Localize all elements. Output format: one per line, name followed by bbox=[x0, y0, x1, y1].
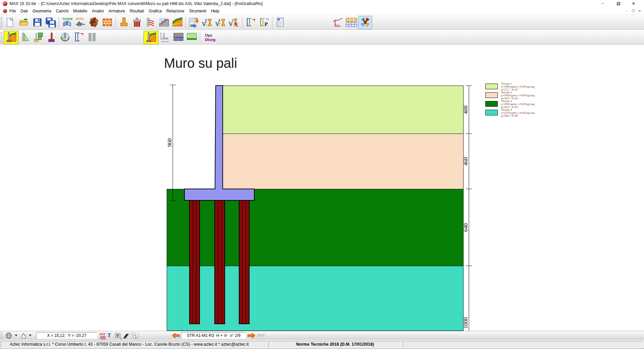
menu-file[interactable]: File bbox=[9, 8, 16, 14]
soil-section-icon[interactable]: +++++ bbox=[185, 31, 199, 44]
legend-text-2: Terreno 2γ=1900 kg/mc c=0,00 kg/cmqφ=36,… bbox=[501, 91, 585, 100]
slope-soil-icon[interactable] bbox=[171, 16, 184, 29]
save-all-icon[interactable] bbox=[44, 16, 57, 29]
menu-grafica[interactable]: Grafica bbox=[149, 8, 162, 14]
svg-text:NORM: NORM bbox=[62, 17, 72, 21]
export-data-icon[interactable]: ++ bbox=[187, 16, 201, 29]
menu-risultati[interactable]: Risultati bbox=[130, 8, 144, 14]
company-info: Aztec Informatica s.r.l. * Corso Umberto… bbox=[1, 341, 267, 348]
text-box-tool-icon[interactable]: T bbox=[114, 333, 122, 341]
svg-text:Z: Z bbox=[206, 24, 207, 27]
wall-soil-view-icon[interactable] bbox=[4, 31, 18, 44]
report-icon[interactable] bbox=[274, 16, 287, 29]
restore-button[interactable] bbox=[610, 0, 626, 8]
anchored-wall-icon[interactable] bbox=[144, 16, 157, 29]
menu-dati[interactable]: Dati bbox=[20, 8, 28, 14]
title-bar: MAX 15 32-bit - [C:\Users\Aztec Informat… bbox=[0, 0, 644, 8]
legend-text-3: Terreno 3γ=1900 kg/mc c=0,00 kg/cmqφ=36,… bbox=[501, 100, 585, 109]
toolbar2-grip[interactable] bbox=[1, 32, 2, 43]
soil-layer-1 bbox=[222, 86, 464, 134]
main-toolbar: NORM SISMA ++ √OPZ √27 √X P bbox=[0, 15, 644, 30]
sections-pair-icon[interactable] bbox=[86, 31, 99, 44]
svg-text:T: T bbox=[116, 334, 119, 338]
menu-analisi[interactable]: Analisi bbox=[92, 8, 104, 14]
dim-label-960: 960 bbox=[166, 138, 173, 147]
armature-view-icon[interactable] bbox=[331, 16, 345, 29]
norm-icon[interactable]: NORM bbox=[60, 16, 74, 29]
soil-layer-2 bbox=[222, 134, 464, 189]
svg-text:+: + bbox=[189, 24, 190, 28]
results-table-icon[interactable] bbox=[345, 16, 358, 29]
draw-options-label[interactable]: OpzDiseg bbox=[205, 33, 215, 42]
graphics-view-icon[interactable] bbox=[358, 16, 372, 29]
slope-gray-icon[interactable] bbox=[157, 16, 171, 29]
left-dimension-line bbox=[170, 85, 176, 201]
sqrt-27-icon[interactable]: √27 bbox=[214, 16, 227, 29]
zoom-globe-icon[interactable] bbox=[5, 332, 13, 341]
layers-view-icon[interactable] bbox=[32, 31, 45, 44]
displacement-view-icon[interactable] bbox=[45, 31, 59, 44]
mdi-minimize-button[interactable]: − bbox=[624, 9, 630, 13]
menu-help[interactable]: Help bbox=[211, 8, 219, 14]
menu-strumenti[interactable]: Strumenti bbox=[189, 8, 206, 14]
menu-modello[interactable]: Modello bbox=[73, 8, 87, 14]
legend-swatch-4 bbox=[485, 110, 498, 115]
svg-text:+: + bbox=[195, 17, 196, 20]
section-p-icon[interactable]: P bbox=[257, 16, 271, 29]
wall-dimensions-icon[interactable] bbox=[158, 31, 172, 44]
bottom-info-bar: Aztec Informatica s.r.l. * Corso Umberto… bbox=[0, 340, 644, 349]
svg-text:P: P bbox=[206, 21, 207, 24]
wall-on-piles-icon[interactable] bbox=[130, 16, 144, 29]
legend-text-1: Terreno 1γ=1800 kg/mc c=0,00 kg/cmqφ=27,… bbox=[501, 83, 585, 91]
svg-text:+: + bbox=[190, 35, 191, 38]
menu-carichi[interactable]: Carichi bbox=[56, 8, 68, 14]
right-dimension-line bbox=[466, 86, 472, 331]
svg-text:+: + bbox=[194, 34, 195, 36]
drawing-canvas[interactable]: Muro su pali 960 400 460 bbox=[0, 45, 644, 331]
section-brackets-icon[interactable] bbox=[244, 16, 257, 29]
combination-selector[interactable]: STR A1-M1-R3 H + V- n° 2/9 bbox=[181, 332, 246, 339]
wall-soil-view2-icon[interactable] bbox=[144, 31, 158, 44]
legend-text-4: Terreno 4γ=2150 kg/mc c=0,00 kg/cmqφ=38,… bbox=[501, 109, 585, 117]
new-file-icon[interactable] bbox=[4, 16, 17, 29]
toolbar-grip[interactable] bbox=[1, 17, 2, 28]
svg-text:7: 7 bbox=[219, 22, 220, 26]
soil-layer-4 bbox=[167, 266, 464, 331]
text-tool-icon[interactable]: T bbox=[107, 332, 111, 339]
app-icon bbox=[3, 1, 7, 6]
svg-text:+: + bbox=[193, 35, 194, 38]
open-file-icon[interactable] bbox=[17, 16, 31, 29]
brick-wall-icon[interactable] bbox=[101, 16, 114, 29]
menu-relazione[interactable]: Relazione bbox=[166, 8, 184, 14]
sisma-icon[interactable]: SISMA bbox=[74, 16, 87, 29]
pile-section-icon[interactable] bbox=[172, 31, 185, 44]
redline-pen-icon[interactable] bbox=[122, 333, 130, 341]
mdi-close-button[interactable]: ✕ bbox=[637, 9, 642, 13]
menu-armature[interactable]: Armature bbox=[108, 8, 125, 14]
application-window: MAX 15 32-bit - [C:\Users\Aztec Informat… bbox=[0, 0, 644, 349]
coordinates-display[interactable]: X = 15,12; Y = -20,27 bbox=[36, 332, 97, 339]
prev-combination-arrow[interactable] bbox=[172, 333, 180, 340]
pan-dropdown-arrow[interactable] bbox=[29, 335, 32, 336]
minimize-button[interactable]: − bbox=[595, 0, 610, 8]
slip-circle-icon[interactable] bbox=[59, 31, 72, 44]
pressure-diagram-icon[interactable] bbox=[18, 31, 32, 44]
section-c1-icon[interactable] bbox=[72, 31, 86, 44]
window-title: MAX 15 32-bit - [C:\Users\Aztec Informat… bbox=[9, 0, 263, 8]
menu-geometria[interactable]: Geometria bbox=[33, 8, 51, 14]
document-app-icon bbox=[3, 9, 7, 13]
svg-text:DXF: DXF bbox=[100, 333, 105, 336]
svg-text:X: X bbox=[234, 21, 238, 28]
sqrt-opz-icon[interactable]: √OPZ bbox=[201, 16, 214, 29]
save-icon[interactable] bbox=[31, 16, 44, 29]
close-button[interactable]: ✕ bbox=[626, 0, 641, 8]
mdi-restore-button[interactable]: ❐ bbox=[631, 9, 636, 13]
zoom-dropdown-arrow[interactable] bbox=[15, 335, 17, 336]
sqrt-delete-icon[interactable]: √X bbox=[227, 16, 241, 29]
svg-text:2: 2 bbox=[219, 19, 220, 22]
soil-rocks-icon[interactable] bbox=[87, 16, 101, 29]
inv-indicator: INV bbox=[258, 333, 265, 338]
drawing-title: Muro su pali bbox=[164, 56, 237, 71]
next-combination-arrow[interactable] bbox=[248, 333, 256, 340]
wall-section-icon[interactable] bbox=[117, 16, 130, 29]
